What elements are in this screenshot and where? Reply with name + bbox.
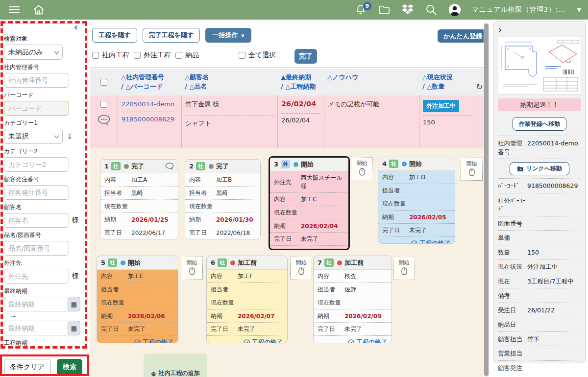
detail-row: 現在状況外注加工中 [498,259,581,274]
process-card-4[interactable]: 4 社 開始 内容加工D 担当者 現在数量 納期2026/02/05 完了日未完… [378,157,455,244]
category2-input[interactable] [4,157,69,172]
order-barcode-link[interactable]: 9185000008629 [122,115,178,124]
status-dot-icon [402,162,407,166]
dropbox-icon[interactable] [401,3,414,16]
end-process-link[interactable]: 工程の終了 [378,237,455,244]
process-type-badge: 社 [389,160,398,168]
process-card-3-selected[interactable]: 3 外 開始 外注先西大阪スチール様 内容加工C 現在数量 納期2026/02/… [269,156,350,250]
internal-number-input[interactable] [4,73,69,88]
delivery-checkbox[interactable] [175,52,182,59]
date-range-tilde: ~ [11,312,85,320]
internal-process-checkbox-label: 社内工程 [102,51,129,60]
search-icon[interactable] [425,3,438,16]
detail-row: ﾊﾞｰｺｰﾄﾞ9185000008629 [498,179,581,193]
user-menu-caret-icon[interactable]: ▼ [577,7,581,13]
sidebar-collapse-icon[interactable]: ‹ [4,23,85,31]
internal-process-checkbox[interactable] [92,52,99,59]
panel-expand-icon[interactable]: › [498,25,581,35]
work-register-button[interactable]: 作業登録へ移動 [513,117,566,131]
scrollbar-thumb[interactable] [484,24,489,376]
column-header-knowhow[interactable]: △ノウハウ [324,69,419,95]
start-process-chip[interactable]: 開始 [461,158,483,181]
chevron-down-icon [54,49,59,54]
easy-register-button[interactable]: かんたん登録 [438,29,488,43]
start-process-chip[interactable]: 開始 [393,257,415,280]
folder-link-icon [517,166,524,172]
done-button[interactable]: 完了 [294,49,317,64]
customer-order-number-input[interactable] [4,185,69,200]
process-card-6[interactable]: 6 社 加工前 内容加工F 担当者 現在数量 納期2026/02/07 完了日未… [206,256,288,343]
end-process-link[interactable]: 工程の終了 [97,336,178,343]
user-avatar[interactable] [448,3,461,16]
hide-done-process-button[interactable]: 完了工程を隠す [143,28,200,43]
process-status: 開始 [128,259,141,267]
process-type-badge: 社 [108,259,117,267]
drawing-thumbnail[interactable] [498,37,581,94]
process-type-badge: 社 [324,259,334,267]
goto-link-button[interactable]: リンクへ移動 [510,162,569,175]
add-internal-process-button[interactable]: ⊕ 社内工程の追加 [144,353,207,377]
calendar-icon[interactable]: ▦ [68,297,80,311]
end-process-link[interactable]: 工程の終了 [270,246,348,250]
detail-row: 社内管理番号 22050014-demo [498,136,581,159]
column-header-status[interactable]: △現在状況/ △数量 [419,69,475,95]
hamburger-menu-icon[interactable] [8,3,21,16]
process-card-2[interactable]: 2 社 完了 内容加工B 担当者黒崎 現在数量 納期2026/01/30 完了日… [185,159,261,239]
row-select-checkbox[interactable] [100,101,107,108]
folder-icon[interactable] [378,3,391,16]
process-status: 加工前 [238,259,257,267]
end-process-link[interactable]: 工程の終了 [207,336,287,343]
column-header-internal-number[interactable]: △社内管理番号/ △バーコード [118,69,182,95]
end-process-link[interactable]: 工程の終了 [314,336,392,343]
process-card-5[interactable]: 5 社 開始 内容加工E 担当者 現在数量 納期2026/02/06 完了日未完… [97,256,178,343]
column-header-due[interactable]: ▲最終納期/ △工程納期 [278,69,324,95]
item-name-input[interactable] [4,241,69,256]
category1-select[interactable]: 未選択 [4,129,63,144]
header-select-checkbox[interactable] [100,79,107,86]
notification-bell-icon[interactable]: 9 [354,3,367,16]
comment-bubble-icon[interactable] [98,115,110,127]
outsource-process-checkbox[interactable] [134,52,141,59]
home-icon[interactable] [32,3,45,16]
start-process-chip[interactable]: 開始 [290,257,312,280]
mouse-icon [401,267,407,275]
start-process-chip[interactable]: 開始 [351,157,373,180]
process-card-1[interactable]: 1 社 完了 内容加工A 担当者黒崎 現在数量 納期2026/01/25 完了日… [100,159,178,239]
status-dot-icon [121,260,125,265]
process-due-label: 工程納期 [4,339,85,347]
search-filter-sidebar: ‹ 検索対象 未納品のみ 社内管理番号 バーコード カテゴリー1 未選択 ↧ カ… [0,20,90,377]
order-id-link[interactable]: 22050014-demo [122,100,178,109]
order-item: シャフト [185,119,274,128]
add-internal-process-label: 社内工程の追加 [158,369,199,377]
hide-process-button[interactable]: 工程を隠す [92,28,137,43]
select-all-checkbox[interactable] [239,52,245,59]
column-header-customer[interactable]: △顧客名/ △品名 [182,69,278,95]
outsource-input[interactable] [4,269,69,283]
download-icon[interactable]: ↧ [67,132,73,141]
detail-row: 数量150 [498,245,581,260]
detail-row: 顧客担当竹下 [498,332,581,347]
main-scrollbar[interactable] [484,23,489,377]
bulk-action-button[interactable]: 一括操作 ∨ [205,28,251,43]
search-target-select[interactable]: 未納品のみ [4,45,63,60]
customer-name-input[interactable] [4,213,69,228]
search-button[interactable]: 検索 [57,359,82,376]
process-number: 6 [211,259,215,266]
process-card-7[interactable]: 7 社 加工前 内容検査 担当者佐野 現在数量 納期2026/02/09 完了日… [313,256,392,343]
final-due-to-input[interactable] [4,321,68,335]
calendar-icon[interactable]: ▦ [68,321,80,335]
order-customer: 竹下金属 様 [185,100,274,109]
clear-conditions-button[interactable]: 条件クリア [4,359,50,376]
final-due-from-input[interactable] [4,297,68,311]
detail-row: 図面番号 [498,216,581,231]
barcode-input[interactable] [4,101,69,116]
main-content: 工程を隠す 完了工程を隠す 一括操作 ∨ かんたん登録 社内工程 外注工程 納品… [90,20,490,377]
order-table-row[interactable]: 22050014-demo 9185000008629 竹下金属 様 シャフト … [90,95,484,148]
internal-number-label: 社内管理番号 [4,63,85,71]
chevron-down-icon: ∨ [241,32,245,39]
comment-bubble-icon[interactable] [165,163,174,170]
user-role-label[interactable]: マニュアル権限（管理3）:... [472,5,565,14]
start-process-chip[interactable]: 開始 [181,257,203,280]
outsource-process-checkbox-label: 外注工程 [144,51,171,60]
refresh-icon[interactable]: ↻ [475,69,484,95]
